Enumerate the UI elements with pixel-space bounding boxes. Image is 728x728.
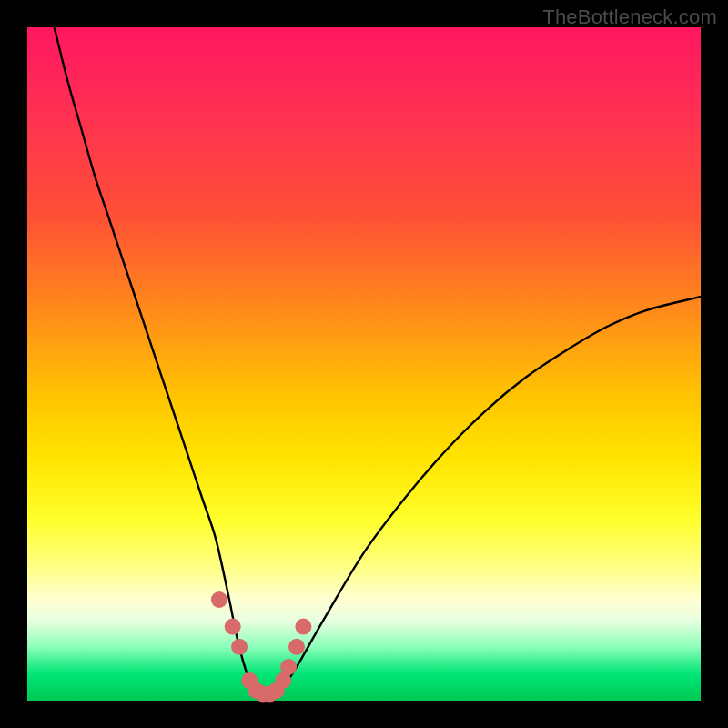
curve-layer <box>27 27 701 701</box>
watermark-text: TheBottleneck.com <box>542 5 717 29</box>
highlight-dot <box>280 659 297 675</box>
chart-frame: TheBottleneck.com <box>0 0 728 728</box>
highlight-dot <box>288 639 305 655</box>
highlight-dot <box>211 592 228 608</box>
highlight-dot <box>231 639 248 655</box>
highlight-markers <box>211 592 312 703</box>
highlight-dot <box>295 619 311 635</box>
highlight-dot <box>225 619 241 635</box>
bottleneck-curve <box>55 27 701 702</box>
